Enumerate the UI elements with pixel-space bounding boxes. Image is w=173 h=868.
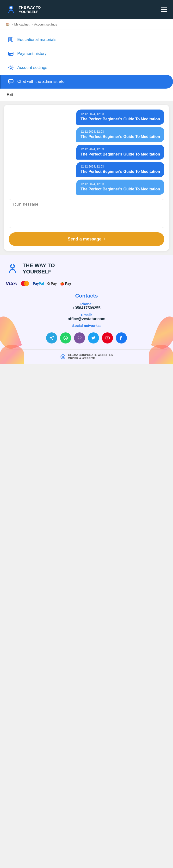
hamburger-menu[interactable] — [161, 7, 167, 12]
svg-point-10 — [9, 81, 10, 82]
logo-text: THE WAY TO YOURSELF — [19, 5, 41, 14]
exit-link[interactable]: Exit — [0, 89, 173, 101]
send-message-button[interactable]: Send a message › — [9, 232, 164, 246]
chat-message-3: 12.12.2024, 12:03 The Perfect Beginner's… — [76, 145, 164, 160]
msg-time-2: 12.12.2024, 12:03 — [80, 130, 160, 133]
svg-rect-7 — [9, 54, 10, 55]
sidebar-nav: Educational materials Payment history Ac… — [0, 30, 173, 101]
logo-icon — [6, 4, 16, 15]
sidebar-item-account-settings[interactable]: Account settings — [0, 61, 173, 74]
header: THE WAY TO YOURSELF — [0, 0, 173, 19]
footer-bottom[interactable]: GL GL.UA: CORPORATE WEBSITES ORDER A WEB… — [6, 349, 167, 360]
breadcrumb-home-icon[interactable]: 🏠 — [6, 23, 10, 26]
phone-label: Phone: — [6, 302, 167, 306]
card-icon — [8, 51, 14, 57]
logo: THE WAY TO YOURSELF — [6, 4, 41, 15]
message-input[interactable] — [9, 199, 164, 228]
breadcrumb-current: Account settings — [34, 23, 57, 26]
breadcrumb-sep1: > — [11, 23, 13, 26]
svg-marker-21 — [107, 337, 108, 339]
email-value[interactable]: office@vestatur.com — [6, 317, 167, 321]
svg-rect-19 — [78, 336, 81, 339]
breadcrumb-my-cabinet[interactable]: My cabinet — [14, 23, 30, 26]
chat-message-1: 12.12.2024, 12:03 The Perfect Beginner's… — [76, 110, 164, 125]
svg-point-15 — [12, 264, 13, 266]
social-label: Social networks: — [6, 323, 167, 328]
chat-messages: 12.12.2024, 12:03 The Perfect Beginner's… — [9, 110, 164, 195]
social-facebook-icon[interactable] — [116, 333, 127, 343]
sidebar-item-chat-admin[interactable]: Chat with the administrator — [0, 74, 173, 89]
msg-title-5: The Perfect Beginner's Guide To Meditati… — [80, 187, 160, 192]
sidebar-label-chat-admin: Chat with the administrator — [17, 79, 66, 84]
visa-badge: VISA — [6, 281, 17, 286]
social-youtube-icon[interactable] — [102, 333, 113, 343]
svg-point-17 — [24, 281, 29, 286]
svg-point-8 — [10, 67, 12, 69]
flower-bottom-left — [0, 345, 24, 364]
msg-time-1: 12.12.2024, 12:03 — [80, 113, 160, 116]
chat-container: 12.12.2024, 12:03 The Perfect Beginner's… — [4, 105, 169, 251]
breadcrumb: 🏠 > My cabinet > Account settings — [0, 19, 173, 30]
sidebar-label-payment-history: Payment history — [17, 51, 46, 56]
chat-message-4: 12.12.2024, 12:03 The Perfect Beginner's… — [76, 162, 164, 177]
social-telegram-icon[interactable] — [46, 333, 57, 343]
chevron-right-icon: › — [104, 237, 105, 242]
svg-point-11 — [10, 81, 11, 82]
svg-text:GL: GL — [62, 356, 65, 358]
chat-message-5: 12.12.2024, 12:03 The Perfect Beginner's… — [76, 180, 164, 195]
footer-bottom-text: GL.UA: CORPORATE WEBSITES ORDER A WEBSIT… — [68, 353, 113, 360]
svg-point-2 — [10, 6, 11, 7]
email-label: Email: — [6, 313, 167, 317]
phone-value[interactable]: +358417509255 — [6, 306, 167, 310]
sidebar-item-educational-materials[interactable]: Educational materials — [0, 33, 173, 47]
footer-logo-text: THE WAY TO YOURSELF — [23, 262, 55, 275]
footer-logo-icon — [6, 262, 19, 275]
social-icons — [6, 333, 167, 343]
gear-icon — [8, 64, 14, 71]
msg-time-4: 12.12.2024, 12:03 — [80, 165, 160, 168]
svg-point-18 — [64, 336, 68, 340]
gpay-badge: G Pay — [47, 282, 57, 285]
footer: THE WAY TO YOURSELF VISA PayPal G Pay 🍎 … — [0, 255, 173, 364]
chat-icon — [8, 79, 14, 85]
sidebar-label-educational-materials: Educational materials — [17, 37, 57, 42]
svg-point-12 — [12, 81, 12, 82]
contacts-title: Contacts — [6, 293, 167, 299]
contacts-section: Contacts Phone: +358417509255 Email: off… — [6, 293, 167, 328]
book-icon — [8, 37, 14, 43]
sidebar-item-payment-history[interactable]: Payment history — [0, 47, 173, 61]
sidebar-label-account-settings: Account settings — [17, 65, 47, 70]
applepay-badge: 🍎 Pay — [60, 282, 71, 285]
chat-message-2: 12.12.2024, 12:03 The Perfect Beginner's… — [76, 127, 164, 142]
msg-title-2: The Perfect Beginner's Guide To Meditati… — [80, 134, 160, 140]
payment-icons: VISA PayPal G Pay 🍎 Pay — [6, 281, 167, 286]
social-whatsapp-icon[interactable] — [60, 333, 71, 343]
msg-title-3: The Perfect Beginner's Guide To Meditati… — [80, 152, 160, 157]
mastercard-icon — [21, 281, 30, 286]
gl-logo-icon: GL — [60, 354, 66, 360]
msg-time-5: 12.12.2024, 12:03 — [80, 182, 160, 186]
msg-title-4: The Perfect Beginner's Guide To Meditati… — [80, 169, 160, 174]
send-message-label: Send a message — [68, 237, 101, 242]
social-viber-icon[interactable] — [74, 333, 85, 343]
msg-time-3: 12.12.2024, 12:03 — [80, 148, 160, 151]
msg-title-1: The Perfect Beginner's Guide To Meditati… — [80, 117, 160, 122]
breadcrumb-sep2: > — [31, 23, 33, 26]
footer-logo: THE WAY TO YOURSELF — [6, 262, 167, 275]
social-twitter-icon[interactable] — [88, 333, 99, 343]
paypal-badge: PayPal — [33, 282, 44, 285]
flower-bottom-right — [149, 345, 173, 364]
svg-rect-6 — [8, 53, 13, 54]
